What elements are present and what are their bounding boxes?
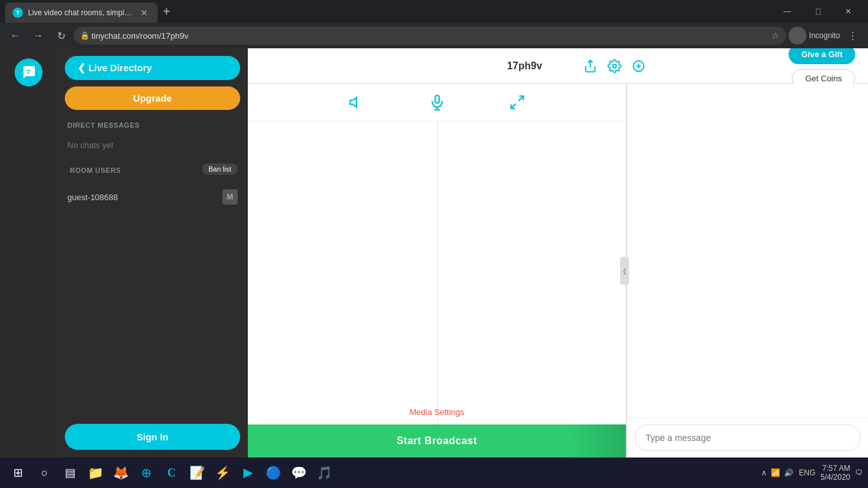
volume-button[interactable] [349,94,365,111]
taskbar-ps[interactable]: 📝 [186,461,208,484]
new-tab-button[interactable]: + [158,3,175,20]
forward-button[interactable]: → [28,25,48,46]
video-controls [248,84,626,121]
taskbar-plus[interactable]: ⊕ [135,461,158,484]
back-button[interactable]: ← [5,25,25,46]
ban-list-button[interactable]: Ban list [202,163,238,175]
settings-icon [607,59,621,73]
sidebar [0,48,57,458]
room-users-header: ROOM USERS Ban list [65,159,240,179]
collapse-icon: ❮ [622,268,627,274]
bookmark-icon[interactable]: ☆ [771,30,780,41]
add-room-button[interactable] [632,59,646,73]
taskbar-music[interactable]: 🎵 [313,461,336,484]
chat-messages [627,84,868,417]
browser-titlebar: T Live video chat rooms, simple an ✕ + —… [0,0,868,23]
tray-wifi-icon: 📶 [771,468,780,477]
start-broadcast-button[interactable]: Start Broadcast [248,435,626,447]
window-controls: — ⎕ ✕ [773,0,863,23]
maximize-btn[interactable]: ⎕ [803,0,832,23]
taskbar-c-app[interactable]: C [160,461,183,484]
system-tray-icons: ∧ 📶 🔊 [761,468,794,477]
video-canvas: Media Settings Start Broadcast [248,121,626,458]
sidebar-logo[interactable] [15,58,43,86]
incognito-label: Incognito [809,31,840,40]
video-main: Media Settings Start Broadcast [248,84,627,458]
settings-button[interactable] [607,59,621,73]
share-button[interactable] [583,59,597,73]
give-gift-button[interactable]: Give a Gift [789,48,855,64]
tray-up-arrow[interactable]: ∧ [761,468,767,477]
tray-volume-icon: 🔊 [784,468,794,477]
date-display: 5/4/2020 [820,473,850,482]
svg-rect-8 [435,95,439,103]
live-directory-button[interactable]: ❮ Live Directory [65,56,240,80]
room-actions [583,59,646,73]
minimize-btn[interactable]: — [773,0,802,23]
svg-point-3 [613,64,616,68]
clock: 7:57 AM 5/4/2020 [820,464,850,482]
svg-line-12 [511,104,516,109]
taskbar-file-explorer[interactable]: 📁 [84,461,107,484]
sign-in-button[interactable]: Sign In [65,424,240,450]
user-icon: M [222,189,238,205]
language-indicator: ENG [799,468,815,477]
taskbar: ⊞ ○ ▤ 📁 🦊 ⊕ C 📝 ⚡ ▶ 🔵 💬 🎵 ∧ 📶 🔊 ENG 7:57… [0,458,868,488]
svg-line-11 [519,96,524,101]
room-title: 17ph9v [261,60,789,72]
address-bar: ← → ↻ 🔒 ☆ Incognito ⋮ [0,23,868,48]
chat-input[interactable] [635,424,860,451]
room-header: 17ph9v [248,48,868,84]
tab-bar: T Live video chat rooms, simple an ✕ + [5,0,768,23]
taskbar-cortana[interactable]: ○ [33,461,56,484]
upgrade-button[interactable]: Upgrade [65,86,240,110]
taskbar-bolt[interactable]: ⚡ [211,461,234,484]
volume-icon [349,94,365,111]
notification-icon[interactable]: 🗨 [855,468,863,477]
close-btn[interactable]: ✕ [834,0,863,23]
content-area: Media Settings Start Broadcast ❮ [248,84,868,458]
room-users-label: ROOM USERS [67,161,123,177]
url-input[interactable] [74,27,786,44]
taskbar-right: ∧ 📶 🔊 ENG 7:57 AM 5/4/2020 🗨 [761,464,863,482]
add-circle-icon [632,59,646,73]
browser-menu-btn[interactable]: ⋮ [843,25,863,46]
taskbar-firefox[interactable]: 🦊 [109,461,132,484]
profile-avatar[interactable] [789,27,806,44]
no-chats-text: No chats yet [65,138,240,152]
svg-marker-7 [350,97,356,107]
time-display: 7:57 AM [820,464,850,473]
tab-favicon: T [13,8,23,18]
microphone-icon [429,94,445,111]
taskbar-task-view[interactable]: ▤ [58,461,81,484]
start-button[interactable]: ⊞ [5,460,31,485]
lock-icon: 🔒 [80,31,90,40]
chat-bubble-icon [21,65,36,80]
fullscreen-icon [509,94,526,111]
app-wrapper: ❮ Live Directory Upgrade DIRECT MESSAGES… [0,48,868,458]
gift-area: Give a Gift Get Coins [789,48,855,88]
direct-messages-label: DIRECT MESSAGES [65,116,240,132]
tab-title: Live video chat rooms, simple an [28,8,133,17]
tab-close-btn[interactable]: ✕ [139,7,150,18]
user-name: guest-108688 [67,193,118,202]
left-panel: ❮ Live Directory Upgrade DIRECT MESSAGES… [57,48,248,458]
collapse-handle[interactable]: ❮ [620,257,629,285]
chat-input-area [627,417,868,458]
share-icon [583,59,597,73]
media-settings-label: Media Settings [410,407,465,417]
taskbar-chat[interactable]: 💬 [287,461,310,484]
url-wrapper: 🔒 ☆ [74,27,786,44]
start-broadcast-bar: Start Broadcast [248,424,626,458]
active-tab[interactable]: T Live video chat rooms, simple an ✕ [5,3,158,23]
refresh-button[interactable]: ↻ [51,25,71,46]
chat-panel [627,84,868,458]
main-content: 17ph9v [248,48,868,458]
user-list-item: guest-108688 M [65,186,240,208]
video-divider [437,121,438,424]
microphone-button[interactable] [429,94,445,111]
fullscreen-button[interactable] [509,94,526,111]
taskbar-edge[interactable]: ▶ [236,461,259,484]
taskbar-blue-circle[interactable]: 🔵 [262,461,285,484]
